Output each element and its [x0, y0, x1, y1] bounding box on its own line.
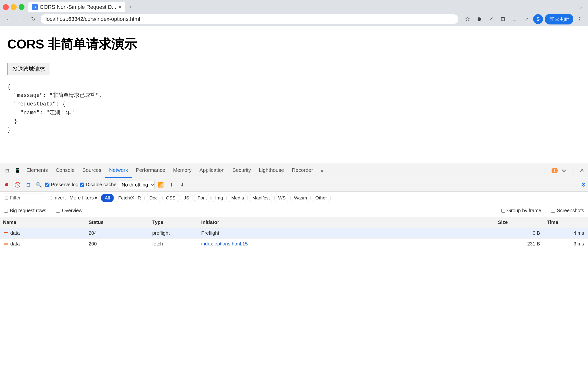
row-name: data — [10, 241, 20, 247]
avatar-btn[interactable]: S — [533, 14, 543, 24]
row-name-cell: ⇄ data — [0, 230, 86, 236]
tab-lighthouse[interactable]: Lighthouse — [255, 163, 288, 178]
devtools-close-btn[interactable]: ✕ — [578, 165, 586, 176]
col-status[interactable]: Status — [86, 220, 149, 225]
row-time: 3 ms — [544, 241, 588, 247]
col-name[interactable]: Name — [0, 220, 86, 225]
stop-icon[interactable]: ⏺ — [474, 14, 484, 24]
tab-close-btn[interactable]: ✕ — [118, 4, 122, 10]
filter-font-btn[interactable]: Font — [194, 194, 211, 202]
col-size[interactable]: Size — [495, 220, 544, 225]
col-initiator[interactable]: Initiator — [198, 220, 495, 225]
filter-doc-btn[interactable]: Doc — [146, 194, 161, 202]
new-tab-btn[interactable]: + — [126, 3, 135, 12]
filter-media-btn[interactable]: Media — [228, 194, 248, 202]
network-settings-icon[interactable]: ⚙ — [581, 182, 586, 188]
filter-img-btn[interactable]: Img — [212, 194, 227, 202]
filter-manifest-btn[interactable]: Manifest — [249, 194, 274, 202]
maximize-window-btn[interactable] — [19, 4, 24, 10]
tab-application[interactable]: Application — [196, 163, 229, 178]
disable-cache-checkbox[interactable]: Disable cache — [80, 182, 117, 187]
send-request-btn[interactable]: 发送跨域请求 — [7, 63, 50, 75]
extension-icon-1[interactable]: ✓ — [486, 14, 496, 24]
back-btn[interactable]: ← — [4, 14, 14, 24]
extension-icon-2[interactable]: ⊞ — [498, 14, 508, 24]
browser-more-btn[interactable]: ⋮ — [575, 15, 584, 23]
filter-other-btn[interactable]: Other — [312, 194, 331, 202]
group-by-frame-check[interactable]: Group by frame — [501, 208, 541, 213]
overview-check[interactable]: Overview — [56, 208, 82, 213]
filter-toggle-btn[interactable]: ⊟ — [24, 180, 33, 189]
bookmark-icon[interactable]: ☆ — [463, 14, 472, 24]
tab-favicon: G — [32, 4, 38, 10]
page-title: CORS 非简单请求演示 — [7, 36, 581, 53]
upload-icon[interactable]: ⬆ — [167, 180, 176, 189]
chevron-down-icon: ▾ — [95, 195, 97, 201]
minimize-window-btn[interactable] — [11, 4, 17, 10]
cors-icon: ⇄ — [3, 241, 9, 247]
table-row[interactable]: ⇄ data 204 preflight Preflight 0 B 4 ms — [0, 228, 588, 239]
screenshots-check[interactable]: Screenshots — [551, 208, 584, 213]
forward-btn[interactable]: → — [16, 14, 26, 24]
tab-console[interactable]: Console — [52, 163, 79, 178]
devtools-device-icon[interactable]: 📱 — [12, 165, 23, 176]
devtools-more-btn[interactable]: ⋮ — [568, 165, 578, 176]
tab-memory[interactable]: Memory — [169, 163, 196, 178]
close-window-btn[interactable] — [3, 4, 9, 10]
invert-checkbox[interactable]: Invert — [48, 195, 66, 201]
reload-btn[interactable]: ↻ — [28, 14, 38, 24]
more-filters-btn[interactable]: More filters ▾ — [68, 194, 99, 202]
extension-icon-4[interactable]: ↗ — [521, 14, 531, 24]
tab-elements[interactable]: Elements — [23, 163, 52, 178]
active-tab[interactable]: G CORS Non-Simple Request D... ✕ — [28, 2, 125, 12]
filter-input[interactable] — [10, 195, 39, 201]
row-name: data — [10, 230, 20, 236]
filter-bar: ⊟ Invert More filters ▾ All Fetch/XHR Do… — [0, 192, 588, 204]
filter-ws-btn[interactable]: WS — [274, 194, 289, 202]
big-request-rows-check[interactable]: Big request rows — [4, 208, 46, 213]
row-size: 231 B — [495, 241, 544, 247]
url-text: localhost:63342/cors/index-options.html — [46, 16, 140, 22]
search-btn[interactable]: 🔍 — [34, 180, 44, 189]
page-content: CORS 非简单请求演示 发送跨域请求 { "message": "非简单请求已… — [0, 26, 588, 163]
row-status: 200 — [86, 241, 149, 247]
tab-sources[interactable]: Sources — [79, 163, 105, 178]
tab-performance[interactable]: Performance — [132, 163, 169, 178]
row-time: 4 ms — [544, 230, 588, 236]
row-name-cell: ⇄ data — [0, 241, 86, 247]
extension-icon-3[interactable]: □ — [510, 14, 519, 24]
clear-btn[interactable]: 🚫 — [13, 180, 22, 189]
more-tabs-btn[interactable]: » — [317, 165, 327, 176]
filter-js-btn[interactable]: JS — [180, 194, 193, 202]
table-row[interactable]: ⇄ data 200 fetch index-options.html:15 2… — [0, 239, 588, 249]
filter-type-buttons: All Fetch/XHR Doc CSS JS Font Img Media … — [101, 194, 331, 202]
update-btn[interactable]: 完成更新 — [545, 14, 573, 24]
col-type[interactable]: Type — [149, 220, 198, 225]
preserve-log-checkbox[interactable]: Preserve log — [45, 182, 78, 187]
tab-network[interactable]: Network — [105, 163, 132, 178]
tab-recorder[interactable]: Recorder — [288, 163, 317, 178]
network-table-body: ⇄ data 204 preflight Preflight 0 B 4 ms … — [0, 228, 588, 372]
filter-funnel-icon: ⊟ — [5, 195, 8, 201]
filter-fetchxhr-btn[interactable]: Fetch/XHR — [115, 194, 145, 202]
recording-stop-btn[interactable]: ⏺ — [2, 180, 11, 189]
row-type: fetch — [149, 241, 198, 247]
tab-title: CORS Non-Simple Request D... — [40, 4, 116, 10]
network-toolbar: ⏺ 🚫 ⊟ 🔍 Preserve log Disable cache No th… — [0, 178, 588, 192]
table-header: Name Status Type Initiator Size Time — [0, 217, 588, 228]
row-initiator-link[interactable]: index-options.html:15 — [198, 241, 495, 247]
col-time[interactable]: Time — [544, 220, 588, 225]
download-icon[interactable]: ⬇ — [178, 180, 187, 189]
options-row: Big request rows Overview Group by frame… — [0, 204, 588, 217]
filter-all-btn[interactable]: All — [101, 194, 114, 202]
tab-expand-btn[interactable]: ⌄ — [576, 3, 585, 12]
tab-security[interactable]: Security — [228, 163, 255, 178]
address-input[interactable]: localhost:63342/cors/index-options.html — [41, 14, 458, 24]
filter-css-btn[interactable]: CSS — [162, 194, 179, 202]
devtools-settings-icon[interactable]: ⚙ — [560, 165, 568, 176]
filter-wasm-btn[interactable]: Wasm — [290, 194, 311, 202]
throttle-select[interactable]: No throttling — [118, 181, 155, 189]
offline-icon[interactable]: 📶 — [156, 180, 165, 189]
row-status: 204 — [86, 230, 149, 236]
devtools-inspect-icon[interactable]: ⊡ — [2, 165, 12, 176]
